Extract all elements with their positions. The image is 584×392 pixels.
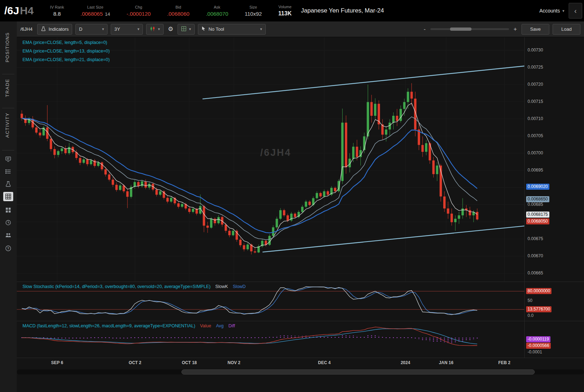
ema13-label: EMA (price=CLOSE, length=13, displace=0): [23, 49, 110, 54]
volume-value: 113K: [278, 10, 291, 17]
candlestick-chart-icon: [150, 26, 155, 33]
symbol-month: H4: [20, 5, 34, 17]
quote-iv-rank: IV Rank 8.8: [50, 5, 64, 17]
app-root: /6J H4 IV Rank 8.8 Last Size .006806514 …: [0, 0, 584, 392]
price-chart-plot[interactable]: /6JH4: [17, 37, 524, 282]
macd-avg-legend: Avg: [216, 323, 224, 328]
price-chart-panel[interactable]: /6JH4 EMA (price=CLOSE, length=5, displa…: [17, 37, 584, 282]
stochastic-label: Slow Stochastic (kPeriod=14, dPeriod=3, …: [23, 284, 246, 289]
time-axis[interactable]: SEP 6OCT 2OCT 18NOV 2DEC 42024JAN 16FEB …: [17, 358, 584, 368]
macd-axis-item: -0.0000119: [526, 336, 550, 342]
price-tick-label: 0.00665: [528, 271, 543, 276]
price-tick-label: 0.00730: [528, 48, 543, 53]
change-value: -.0000120: [126, 11, 151, 17]
instrument-title: Japanese Yen Futures, Mar-24: [301, 7, 384, 14]
slowd-legend: SlowD: [233, 284, 246, 289]
price-tick-label: 0.00670: [528, 253, 543, 258]
stochastic-panel[interactable]: Slow Stochastic (kPeriod=14, dPeriod=3, …: [17, 282, 584, 321]
price-tick-label: 0.00710: [528, 116, 543, 121]
cursor-arrow-icon: [201, 26, 206, 32]
svg-text:/6JH4: /6JH4: [260, 147, 291, 158]
price-tick-label: 0.00725: [528, 65, 543, 70]
range-dropdown[interactable]: 3Y ▾: [111, 24, 143, 35]
zoom-out-button[interactable]: -: [422, 26, 427, 33]
price-badge: 0.0068050: [526, 218, 549, 224]
zoom-slider-thumb[interactable]: [450, 28, 471, 31]
chevron-down-icon: ▾: [138, 27, 140, 31]
accounts-dropdown[interactable]: Accounts ▾: [535, 8, 569, 14]
study-labels: EMA (price=CLOSE, length=5, displace=0) …: [23, 40, 110, 66]
time-axis-label: JAN 16: [439, 360, 454, 365]
zoom-in-button[interactable]: +: [512, 26, 518, 33]
macd-panel[interactable]: MACD (fastLength=12, slowLength=26, macd…: [17, 321, 584, 358]
load-button[interactable]: Load: [553, 24, 580, 35]
price-tick-label: 0.00675: [528, 236, 543, 241]
slowk-legend: SlowK: [215, 284, 228, 289]
analyze-flask-icon[interactable]: [3, 179, 13, 189]
macd-axis[interactable]: -0.0000119-0.0000566-0.0001: [524, 321, 584, 358]
collapse-panel-button[interactable]: ‹: [569, 3, 582, 19]
community-people-icon[interactable]: [3, 230, 13, 240]
grid-mode-icon: [181, 26, 186, 33]
chart-scrollbar[interactable]: [17, 368, 584, 376]
price-badge: 0.0068175: [526, 212, 549, 218]
divider: [2, 108, 14, 108]
macd-value-legend: Value: [200, 323, 211, 328]
time-axis-label: NOV 2: [228, 360, 240, 365]
stochastic-axis-item: 50: [528, 298, 532, 303]
price-badge: 0.0068650: [526, 196, 549, 202]
sidebar-tab-activity[interactable]: ACTIVITY: [5, 113, 10, 138]
drawing-tool-dropdown[interactable]: No Tool ▾: [198, 24, 266, 35]
divider: [2, 74, 14, 74]
widgets-grid-icon[interactable]: [3, 205, 13, 215]
symbol-root: /6J: [4, 5, 19, 17]
timeframe-dropdown[interactable]: D ▾: [75, 24, 108, 35]
time-axis-label: OCT 18: [182, 360, 197, 365]
quote-chg: Chg -.0000120: [126, 5, 151, 17]
scrollbar-thumb[interactable]: [181, 369, 535, 374]
zoom-slider[interactable]: [430, 28, 509, 30]
stochastic-axis-item: 0.0: [528, 313, 534, 318]
chart-toolbar: /6JH4 Indicators D ▾ 3Y ▾ ▾ ⚙ ▾: [17, 21, 584, 37]
help-icon[interactable]: ?: [3, 244, 13, 253]
macd-label: MACD (fastLength=12, slowLength=26, macd…: [23, 323, 235, 328]
stochastic-axis-item: 13.5776700: [526, 306, 551, 312]
chart-workspace: /6JH4 Indicators D ▾ 3Y ▾ ▾ ⚙ ▾: [17, 21, 584, 392]
macd-diff-legend: Diff: [228, 323, 235, 328]
time-axis-label: SEP 6: [51, 360, 63, 365]
sidebar-tab-positions[interactable]: POSITIONS: [5, 32, 10, 62]
order-list-icon[interactable]: [3, 167, 13, 176]
time-axis-label: 2024: [401, 360, 410, 365]
quote-ask: Ask .0068070: [206, 5, 228, 17]
price-tick-label: 0.00705: [528, 133, 543, 138]
watchlist-monitor-icon[interactable]: [3, 154, 13, 164]
ema5-label: EMA (price=CLOSE, length=5, displace=0): [23, 40, 110, 45]
chart-settings-button[interactable]: ⚙: [167, 24, 174, 34]
charts-icon[interactable]: [3, 192, 13, 201]
macd-axis-item: -0.0000566: [526, 343, 551, 349]
history-clock-icon[interactable]: [3, 218, 13, 227]
stochastic-axis-item: 80.0000000: [526, 288, 551, 294]
sidebar-tab-trade[interactable]: TRADE: [5, 79, 10, 97]
last-price: .0068065: [80, 11, 103, 17]
indicators-button[interactable]: Indicators: [37, 24, 72, 35]
stochastic-axis[interactable]: 80.00000005013.57767000.0: [524, 282, 584, 321]
quote-last-size: Last Size .006806514: [80, 5, 110, 17]
left-sidebar: POSITIONS TRADE ACTIVITY ?: [0, 21, 17, 392]
price-badge: 0.0069020: [526, 184, 549, 190]
bid-ask-size: 110x92: [245, 11, 262, 17]
symbol[interactable]: /6J H4: [4, 5, 34, 17]
chevron-down-icon: ▾: [260, 27, 262, 31]
chart-mode-dropdown[interactable]: ▾: [178, 24, 195, 35]
price-axis[interactable]: 0.007300.007250.007200.007150.007100.007…: [524, 37, 584, 282]
save-button[interactable]: Save: [521, 24, 549, 35]
chevron-left-icon: ‹: [574, 7, 577, 15]
time-axis-label: FEB 2: [498, 360, 510, 365]
chevron-down-icon: ▾: [158, 27, 160, 31]
toolbar-symbol-label: /6JH4: [20, 26, 33, 32]
price-tick-label: 0.00695: [528, 168, 543, 173]
chart-type-dropdown[interactable]: ▾: [146, 24, 164, 35]
header: /6J H4 IV Rank 8.8 Last Size .006806514 …: [0, 0, 584, 21]
last-trade-size: 14: [105, 11, 110, 17]
chevron-down-icon: ▾: [189, 27, 191, 31]
